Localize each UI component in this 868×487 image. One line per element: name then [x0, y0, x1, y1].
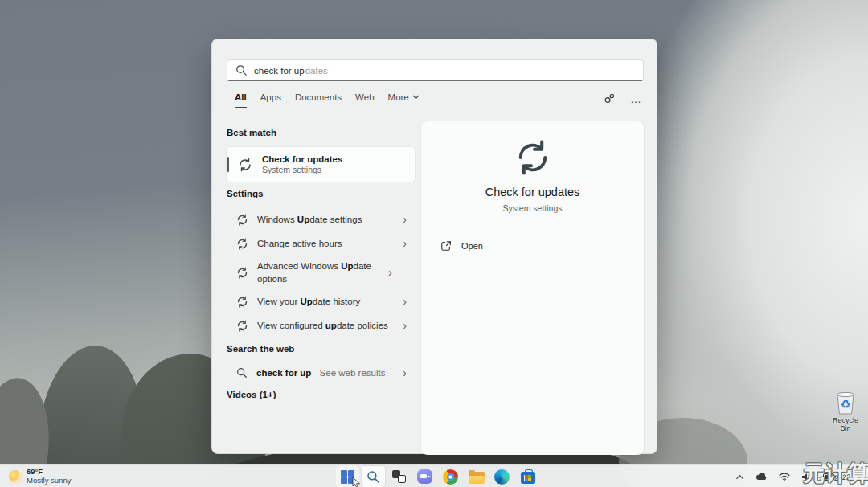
result-web-search[interactable]: check for up - See web results ›	[227, 361, 415, 385]
recycle-bin-label: Recycle Bin	[828, 416, 863, 432]
watermark: 元计算	[803, 459, 868, 487]
mouse-cursor	[352, 477, 361, 487]
taskbar-app-buttons	[336, 466, 539, 487]
result-view-update-history[interactable]: View your Update history ›	[227, 289, 415, 313]
store-button[interactable]	[516, 466, 539, 487]
result-windows-update-settings[interactable]: Windows Update settings ›	[227, 207, 415, 231]
result-view-configured-update-policies[interactable]: View configured update policies ›	[227, 313, 415, 338]
wifi-icon[interactable]	[776, 471, 792, 483]
chevron-up-icon[interactable]	[733, 472, 747, 482]
result-change-active-hours[interactable]: Change active hours ›	[227, 231, 415, 256]
chrome-icon	[443, 469, 458, 485]
account-icon[interactable]	[604, 92, 616, 104]
chevron-right-icon: ›	[403, 321, 415, 329]
search-flyout: check for updates All Apps Documents Web…	[211, 39, 657, 454]
preview-title: Check for updates	[421, 186, 644, 198]
open-external-icon	[440, 240, 452, 252]
search-icon	[236, 367, 248, 379]
edge-icon	[494, 469, 510, 485]
search-icon	[366, 470, 380, 484]
best-match-title: Check for updates	[262, 154, 342, 164]
chevron-right-icon: ›	[403, 215, 415, 223]
selection-indicator	[227, 157, 229, 172]
taskbar: 69°F Mostly sunny	[0, 464, 868, 487]
onedrive-icon[interactable]	[753, 471, 770, 482]
file-explorer-icon	[469, 472, 485, 484]
chevron-right-icon: ›	[403, 297, 415, 305]
section-header-best-match: Best match	[227, 128, 276, 137]
sync-icon	[236, 214, 248, 226]
preview-pane: Check for updates System settings Open	[421, 121, 644, 455]
section-header-videos: Videos (1+)	[227, 390, 276, 399]
preview-subtitle: System settings	[421, 203, 644, 213]
task-view-icon	[392, 470, 406, 483]
divider	[432, 227, 633, 227]
more-options-icon[interactable]: …	[630, 95, 642, 103]
file-explorer-button[interactable]	[465, 466, 488, 487]
start-button[interactable]	[336, 466, 359, 487]
search-header-actions: …	[604, 92, 642, 104]
results-column: Best match Check for updates System sett…	[227, 39, 415, 453]
sync-icon-large	[514, 139, 551, 176]
best-match-subtitle: System settings	[262, 165, 342, 174]
sync-icon	[236, 267, 248, 279]
chevron-right-icon: ›	[388, 268, 400, 276]
edge-button[interactable]	[490, 466, 514, 487]
open-action[interactable]: Open	[428, 235, 637, 257]
weather-widget[interactable]: 69°F Mostly sunny	[4, 466, 76, 487]
section-header-search-the-web: Search the web	[227, 344, 294, 354]
chevron-right-icon: ›	[403, 239, 415, 248]
chrome-button[interactable]	[439, 466, 462, 487]
desktop: ♻ Recycle Bin check for updates All Apps…	[0, 0, 868, 487]
best-match-item[interactable]: Check for updates System settings	[227, 147, 415, 182]
open-action-label: Open	[461, 241, 483, 251]
microsoft-store-icon	[521, 472, 535, 484]
sync-icon	[236, 320, 248, 332]
recycle-bin-icon: ♻	[832, 390, 859, 415]
search-button[interactable]	[362, 466, 385, 487]
result-advanced-windows-update-options[interactable]: Advanced Windows Update options ›	[227, 256, 415, 289]
svg-text:♻: ♻	[841, 398, 851, 411]
weather-sun-icon	[9, 470, 22, 483]
chat-button[interactable]	[413, 466, 436, 487]
recycle-bin-shortcut[interactable]: ♻ Recycle Bin	[828, 390, 863, 432]
weather-condition: Mostly sunny	[27, 477, 71, 485]
sync-icon	[236, 238, 248, 250]
task-view-button[interactable]	[387, 466, 411, 487]
sync-icon	[236, 296, 248, 308]
chevron-right-icon: ›	[403, 369, 415, 377]
section-header-settings: Settings	[227, 189, 263, 198]
sync-icon	[238, 158, 252, 172]
chat-icon	[417, 469, 432, 484]
